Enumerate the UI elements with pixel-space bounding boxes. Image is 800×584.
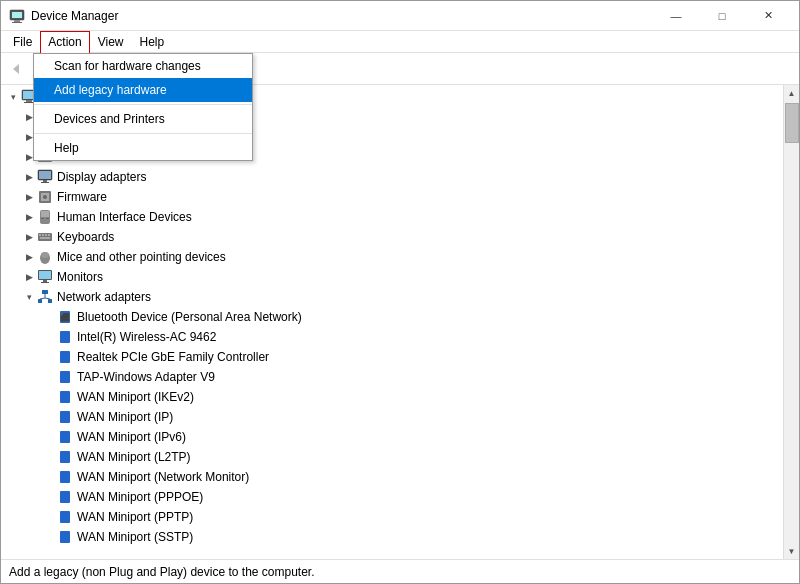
back-button[interactable] <box>5 57 29 81</box>
vertical-scrollbar[interactable]: ▲ ▼ <box>783 85 799 559</box>
dropdown-separator-2 <box>34 133 252 134</box>
wan-pptp-label: WAN Miniport (PPTP) <box>77 510 193 524</box>
wan-monitor-label: WAN Miniport (Network Monitor) <box>77 470 249 484</box>
status-text: Add a legacy (non Plug and Play) device … <box>9 565 315 579</box>
tree-intel-wireless[interactable]: ▶ Intel(R) Wireless-AC 9462 <box>1 327 783 347</box>
dropdown-scan[interactable]: Scan for hardware changes <box>34 54 252 78</box>
network-label: Network adapters <box>57 290 151 304</box>
monitors-icon <box>37 269 53 285</box>
keyboards-label: Keyboards <box>57 230 114 244</box>
wan-ipv6-label: WAN Miniport (IPv6) <box>77 430 186 444</box>
tree-display[interactable]: ▶ Display adapters <box>1 167 783 187</box>
tree-network[interactable]: ▾ Network adapters <box>1 287 783 307</box>
tap-icon <box>57 369 73 385</box>
hid-icon <box>37 209 53 225</box>
close-button[interactable]: ✕ <box>745 1 791 31</box>
tree-wan-l2tp[interactable]: ▶ WAN Miniport (L2TP) <box>1 447 783 467</box>
tree-firmware[interactable]: ▶ Firmware <box>1 187 783 207</box>
svg-rect-36 <box>48 234 50 236</box>
svg-rect-47 <box>48 299 52 303</box>
keyboards-icon <box>37 229 53 245</box>
mice-toggle[interactable]: ▶ <box>21 249 37 265</box>
svg-rect-58 <box>60 431 70 443</box>
wan-ikev2-label: WAN Miniport (IKEv2) <box>77 390 194 404</box>
scroll-thumb[interactable] <box>785 103 799 143</box>
device-manager-window: Device Manager — □ ✕ File Action View He… <box>0 0 800 584</box>
svg-rect-53 <box>60 331 70 343</box>
dropdown-separator-1 <box>34 104 252 105</box>
tree-monitors[interactable]: ▶ Monitors <box>1 267 783 287</box>
scroll-down-arrow[interactable]: ▼ <box>784 543 800 559</box>
wan-ipv6-icon <box>57 429 73 445</box>
menu-view[interactable]: View <box>90 31 132 53</box>
tree-realtek[interactable]: ▶ Realtek PCIe GbE Family Controller <box>1 347 783 367</box>
tree-wan-ipv6[interactable]: ▶ WAN Miniport (IPv6) <box>1 427 783 447</box>
svg-rect-43 <box>43 280 47 282</box>
dropdown-add-legacy[interactable]: Add legacy hardware <box>34 78 252 102</box>
firmware-toggle[interactable]: ▶ <box>21 189 37 205</box>
svg-rect-56 <box>60 391 70 403</box>
svg-rect-62 <box>60 511 70 523</box>
menu-help[interactable]: Help <box>132 31 173 53</box>
tap-label: TAP-Windows Adapter V9 <box>77 370 215 384</box>
menu-bar: File Action View Help Scan for hardware … <box>1 31 799 53</box>
tree-tap[interactable]: ▶ TAP-Windows Adapter V9 <box>1 367 783 387</box>
wan-pppoe-label: WAN Miniport (PPPOE) <box>77 490 203 504</box>
svg-rect-57 <box>60 411 70 423</box>
wan-pppoe-icon <box>57 489 73 505</box>
svg-rect-45 <box>42 290 48 294</box>
svg-line-49 <box>40 298 45 299</box>
svg-point-40 <box>41 252 49 258</box>
wan-pptp-icon <box>57 509 73 525</box>
title-bar-left: Device Manager <box>9 8 118 24</box>
dropdown-help[interactable]: Help <box>34 136 252 160</box>
realtek-icon <box>57 349 73 365</box>
svg-rect-23 <box>43 180 47 182</box>
wan-sstp-icon <box>57 529 73 545</box>
tree-wan-sstp[interactable]: ▶ WAN Miniport (SSTP) <box>1 527 783 547</box>
tree-mice[interactable]: ▶ Mice and other pointing devices <box>1 247 783 267</box>
firmware-label: Firmware <box>57 190 107 204</box>
dropdown-devices-printers[interactable]: Devices and Printers <box>34 107 252 131</box>
svg-rect-46 <box>38 299 42 303</box>
root-toggle[interactable]: ▾ <box>5 89 21 105</box>
svg-rect-54 <box>60 351 70 363</box>
scroll-up-arrow[interactable]: ▲ <box>784 85 800 101</box>
svg-text:⬛: ⬛ <box>60 312 70 322</box>
svg-rect-31 <box>46 218 49 219</box>
wan-l2tp-icon <box>57 449 73 465</box>
tree-wan-pptp[interactable]: ▶ WAN Miniport (PPTP) <box>1 507 783 527</box>
tree-wan-ip[interactable]: ▶ WAN Miniport (IP) <box>1 407 783 427</box>
menu-action[interactable]: Action <box>40 31 89 53</box>
minimize-button[interactable]: — <box>653 1 699 31</box>
tree-wan-monitor[interactable]: ▶ WAN Miniport (Network Monitor) <box>1 467 783 487</box>
hid-label: Human Interface Devices <box>57 210 192 224</box>
svg-rect-34 <box>42 234 44 236</box>
svg-rect-29 <box>41 211 49 217</box>
action-dropdown-menu: Scan for hardware changes Add legacy har… <box>33 53 253 161</box>
tree-keyboards[interactable]: ▶ Keyboards <box>1 227 783 247</box>
svg-rect-37 <box>40 237 50 239</box>
tree-hid[interactable]: ▶ Human Interface Devices <box>1 207 783 227</box>
tree-wan-ikev2[interactable]: ▶ WAN Miniport (IKEv2) <box>1 387 783 407</box>
monitors-toggle[interactable]: ▶ <box>21 269 37 285</box>
display-toggle[interactable]: ▶ <box>21 169 37 185</box>
svg-rect-35 <box>45 234 47 236</box>
tree-bluetooth[interactable]: ▶ ⬛ Bluetooth Device (Personal Area Netw… <box>1 307 783 327</box>
hid-toggle[interactable]: ▶ <box>21 209 37 225</box>
maximize-button[interactable]: □ <box>699 1 745 31</box>
bluetooth-label: Bluetooth Device (Personal Area Network) <box>77 310 302 324</box>
svg-marker-4 <box>13 64 19 74</box>
title-bar: Device Manager — □ ✕ <box>1 1 799 31</box>
keyboards-toggle[interactable]: ▶ <box>21 229 37 245</box>
wan-monitor-icon <box>57 469 73 485</box>
network-icon <box>37 289 53 305</box>
wan-ikev2-icon <box>57 389 73 405</box>
menu-file[interactable]: File <box>5 31 40 53</box>
tree-wan-pppoe[interactable]: ▶ WAN Miniport (PPPOE) <box>1 487 783 507</box>
scroll-track[interactable] <box>784 101 800 543</box>
mice-icon <box>37 249 53 265</box>
wan-sstp-label: WAN Miniport (SSTP) <box>77 530 193 544</box>
mice-label: Mice and other pointing devices <box>57 250 226 264</box>
network-toggle[interactable]: ▾ <box>21 289 37 305</box>
